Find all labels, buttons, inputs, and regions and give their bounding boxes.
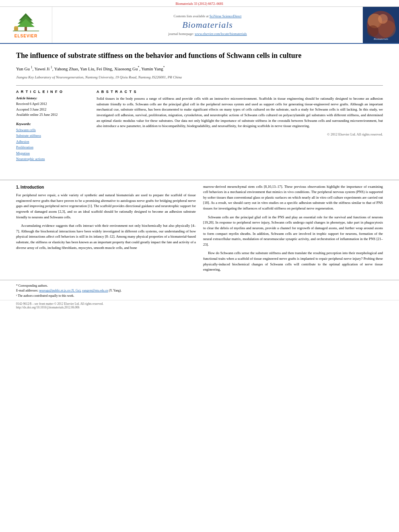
available-date: Available online 25 June 2012	[16, 112, 88, 118]
elsevier-branding: ELSEVIER	[11, 12, 41, 38]
email-gu[interactable]: neurogu@public.nt.js.cn (X. Gu),	[39, 289, 81, 292]
corresponding-authors: * Corresponding authors.	[16, 283, 383, 288]
journal-title: Biomaterials	[182, 20, 233, 30]
article-history-title: Article history:	[16, 96, 88, 100]
email-yang2: (Y. Yang).	[109, 289, 121, 292]
keywords-block: Keywords: Schwann cells Substrate stiffn…	[16, 122, 88, 162]
keyword-neurotrophic[interactable]: Neurotrophic actions	[16, 156, 88, 162]
abstract-block: A B S T R A C T S Solid tissues in the b…	[97, 90, 383, 162]
abstract-title: A B S T R A C T S	[97, 90, 383, 94]
keyword-schwann[interactable]: Schwann cells	[16, 127, 88, 133]
abstract-text: Solid tissues in the body possess a rang…	[97, 96, 383, 129]
email-line: E-mail addresses: neurogu@public.nt.js.c…	[16, 288, 383, 293]
homepage-prefix: journal homepage:	[168, 32, 195, 36]
email-label: E-mail addresses:	[16, 289, 38, 292]
svg-text:Biomaterials: Biomaterials	[374, 37, 388, 41]
journal-reference-bar: Biomaterials 33 (2012) 6672–6681	[0, 0, 399, 7]
svg-point-11	[378, 14, 388, 24]
equal-contrib-text: ¹ The authors contributed equally to thi…	[16, 294, 74, 298]
article-info-block: A R T I C L E I N F O Article history: R…	[16, 90, 88, 162]
journal-header: ELSEVIER Contents lists available at Sci…	[0, 7, 399, 44]
section-divider	[0, 180, 399, 180]
email-yang[interactable]: yangym@ntu.edu.cn	[82, 289, 108, 292]
journal-ref-text: Biomaterials 33 (2012) 6672–6681	[175, 2, 223, 6]
sciverse-link[interactable]: Contents lists available at SciVerse Sci…	[174, 14, 242, 18]
received-date: Received 6 April 2012	[16, 101, 88, 107]
sciverse-prefix: Contents lists available at	[174, 14, 210, 18]
journal-homepage: journal homepage: www.elsevier.com/locat…	[168, 32, 247, 36]
body-right-column: marrow-derived mesenchymal stem cells [8…	[203, 184, 383, 276]
elsevier-tree-icon	[11, 12, 41, 33]
equal-contribution: ¹ The authors contributed equally to thi…	[16, 294, 383, 298]
article-info-title: A R T I C L E I N F O	[16, 90, 88, 94]
bottom-bar: 0142-9612/$ – see front matter © 2012 El…	[0, 300, 399, 311]
copyright-line: © 2012 Elsevier Ltd. All rights reserved…	[97, 132, 383, 136]
elsevier-wordmark: ELSEVIER	[14, 34, 37, 38]
corresponding-label: * Corresponding authors.	[16, 284, 48, 288]
paper-title: The influence of substrate stiffness on …	[16, 51, 383, 60]
svg-point-12	[367, 25, 378, 37]
doi-link[interactable]: http://dx.doi.org/10.1016/j.biomaterials…	[16, 306, 80, 309]
svg-rect-5	[14, 27, 18, 31]
elsevier-logo-area: ELSEVIER	[0, 7, 52, 43]
article-info-section: A R T I C L E I N F O Article history: R…	[16, 85, 383, 162]
intro-heading: 1. Introduction	[16, 184, 196, 191]
keyword-adhesion[interactable]: Adhesion	[16, 139, 88, 144]
right-para2: Schwann cells are the principal glial ce…	[203, 215, 383, 248]
intro-para2: Accumulating evidence suggests that cell…	[16, 223, 196, 251]
svg-rect-6	[14, 26, 18, 27]
footnote-area: * Corresponding authors. E-mail addresse…	[0, 280, 399, 300]
body-left-column: 1. Introduction For peripheral nerve rep…	[16, 184, 196, 276]
paper-content: The influence of substrate stiffness on …	[0, 44, 399, 176]
accepted-date: Accepted 3 June 2012	[16, 107, 88, 113]
intro-para1: For peripheral nerve repair, a wide vari…	[16, 193, 196, 220]
cover-art-icon: Biomaterials	[363, 7, 399, 43]
authors-line: Yun Gu 1, Yawei Ji 1, Yahong Zhao, Yan L…	[16, 65, 383, 72]
body-columns: 1. Introduction For peripheral nerve rep…	[0, 184, 399, 276]
doi-line: http://dx.doi.org/10.1016/j.biomaterials…	[16, 306, 383, 309]
keywords-title: Keywords:	[16, 122, 88, 126]
author-yun-gu: Yun Gu 1, Yawei Ji 1, Yahong Zhao, Yan L…	[16, 66, 165, 71]
issn-line: 0142-9612/$ – see front matter © 2012 El…	[16, 302, 383, 306]
keyword-substrate[interactable]: Substrate stiffness	[16, 133, 88, 138]
journal-title-area: Contents lists available at SciVerse Sci…	[52, 7, 363, 43]
right-para1: marrow-derived mesenchymal stem cells [8…	[203, 184, 383, 212]
keyword-migration[interactable]: Migration	[16, 150, 88, 156]
affiliation-text: Jiangsu Key Laboratory of Neuroregenerat…	[16, 75, 383, 80]
sciverse-link-text[interactable]: SciVerse ScienceDirect	[210, 14, 242, 18]
journal-thumbnail: Biomaterials	[363, 7, 399, 43]
keyword-proliferation[interactable]: Proliferation	[16, 144, 88, 150]
homepage-link[interactable]: www.elsevier.com/locate/biomaterials	[195, 32, 247, 36]
journal-cover-image: Biomaterials	[363, 7, 399, 43]
right-para3: How do Schwann cells sense the substrate…	[203, 251, 383, 273]
